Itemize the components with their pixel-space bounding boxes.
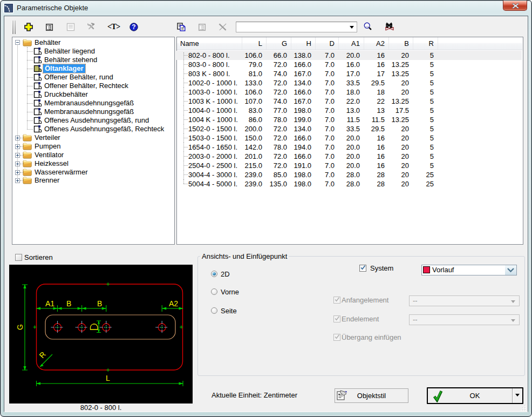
svg-text:A1: A1 bbox=[45, 299, 54, 308]
svg-text:G: G bbox=[16, 324, 24, 330]
svg-text:L: L bbox=[106, 374, 110, 382]
svg-text:?: ? bbox=[132, 23, 135, 31]
svg-text:B: B bbox=[66, 299, 71, 308]
svg-text:R: R bbox=[37, 350, 47, 360]
svg-text:B: B bbox=[97, 299, 102, 308]
svg-text:A2: A2 bbox=[169, 299, 178, 308]
